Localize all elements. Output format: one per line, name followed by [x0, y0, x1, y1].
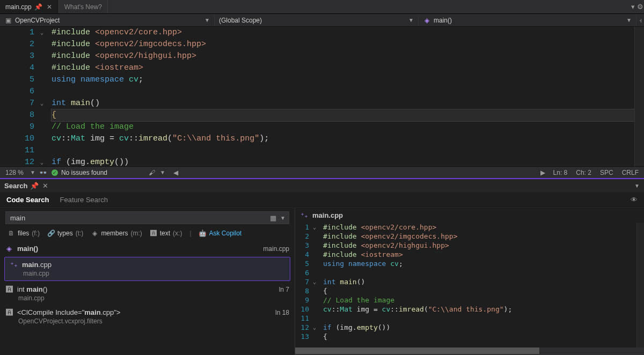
- preview-editor[interactable]: 1⌄234567⌄89101112⌄13 #include <opencv2/c…: [295, 223, 644, 347]
- tab-code-search[interactable]: Code Search: [6, 196, 49, 204]
- issues-label: No issues found: [61, 169, 107, 176]
- search-result[interactable]: 🅰int main()ln 7main.cpp: [0, 282, 295, 305]
- glasses-icon[interactable]: 👓: [40, 169, 47, 176]
- gear-icon[interactable]: ⚙: [636, 3, 644, 11]
- issues-status[interactable]: ✓ No issues found: [52, 169, 107, 176]
- search-input[interactable]: [6, 214, 269, 222]
- tab-label: What's New?: [64, 3, 102, 11]
- type-icon: 🔗: [47, 230, 55, 237]
- split-icon[interactable]: ⫞: [636, 17, 644, 24]
- search-input-container: ▦ ▼: [5, 211, 289, 224]
- code-editor[interactable]: 1⌄234567⌄89101112⌄ #include <opencv2/cor…: [0, 27, 644, 166]
- cpp-icon: ⁺₊: [301, 212, 308, 219]
- close-icon[interactable]: ✕: [46, 3, 53, 11]
- tab-feature-search[interactable]: Feature Search: [60, 196, 108, 204]
- preview-header: ⁺₊ main.cpp: [295, 208, 644, 223]
- chevron-down-icon: ▼: [204, 17, 210, 23]
- chevron-down-icon[interactable]: ▾: [629, 3, 636, 11]
- brush-icon[interactable]: 🖌: [148, 169, 156, 176]
- method-dropdown[interactable]: ◈ main() ▼: [419, 14, 636, 26]
- fold-icon[interactable]: ⌄: [310, 323, 319, 332]
- filter-text[interactable]: 🅰text(x:): [150, 230, 182, 237]
- scrollbar[interactable]: [636, 223, 644, 347]
- result-label: main(): [17, 245, 38, 253]
- result-location: main.cpp: [263, 245, 289, 253]
- fold-icon[interactable]: ⌄: [38, 27, 46, 39]
- search-body: ▦ ▼ 🗎files(f:) 🔗types(t:) ◈members(m:) 🅰…: [0, 208, 644, 355]
- scroll-left-icon[interactable]: ◀: [170, 169, 177, 176]
- result-location: ln 7: [279, 286, 289, 293]
- fold-icon[interactable]: ⌄: [38, 98, 46, 109]
- context-toolbar: ▣ OpenCVProject ▼ (Global Scope) ▼ ◈ mai…: [0, 14, 644, 27]
- tab-whats-new[interactable]: What's New?: [59, 0, 108, 13]
- zoom-level[interactable]: 128 %: [3, 169, 26, 176]
- search-results-pane: ▦ ▼ 🗎files(f:) 🔗types(t:) ◈members(m:) 🅰…: [0, 208, 295, 355]
- tab-main-cpp[interactable]: main.cpp 📌 ✕: [0, 0, 59, 13]
- search-result[interactable]: ◈main()main.cpp: [0, 241, 295, 256]
- scope-label: (Global Scope): [219, 17, 262, 24]
- scroll-right-icon[interactable]: ▶: [539, 169, 547, 176]
- chevron-down-icon[interactable]: ▼: [30, 169, 35, 175]
- fold-icon[interactable]: ⌄: [310, 223, 319, 232]
- spaces-indicator[interactable]: SPC: [598, 169, 616, 176]
- chevron-down-icon[interactable]: ▼: [634, 183, 640, 189]
- close-icon[interactable]: ✕: [41, 182, 49, 189]
- copilot-icon: 🤖: [199, 230, 207, 237]
- search-preview-pane: ⁺₊ main.cpp 1⌄234567⌄89101112⌄13 #includ…: [295, 208, 644, 355]
- eye-off-icon[interactable]: 👁: [630, 196, 638, 204]
- method-icon: ◈: [423, 17, 430, 24]
- filter-files[interactable]: 🗎files(f:): [8, 230, 40, 237]
- cube-icon: ◈: [91, 230, 98, 237]
- char-indicator[interactable]: Ch: 2: [574, 169, 594, 176]
- file-icon: 🗎: [8, 230, 15, 237]
- search-result[interactable]: 🅰<ClCompile Include="main.cpp">ln 18Open…: [0, 305, 295, 328]
- line-indicator[interactable]: Ln: 8: [551, 169, 570, 176]
- result-path: main.cpp: [5, 294, 289, 302]
- result-label: main.cpp: [22, 261, 52, 269]
- search-results: ◈main()main.cpp⁺₊main.cppmain.cpp🅰int ma…: [0, 241, 295, 355]
- fold-icon[interactable]: ⌄: [310, 277, 319, 286]
- tab-label: main.cpp: [5, 3, 32, 11]
- search-title: Search: [4, 182, 27, 190]
- preview-gutter: 1⌄234567⌄89101112⌄13: [295, 223, 321, 347]
- method-label: main(): [434, 17, 452, 24]
- cpp-icon: ⁺₊: [10, 261, 18, 269]
- abl-icon: 🅰: [5, 309, 13, 316]
- lineending-indicator[interactable]: CRLF: [620, 169, 641, 176]
- result-location: ln 18: [275, 309, 289, 316]
- preview-filename: main.cpp: [312, 211, 343, 219]
- ask-copilot[interactable]: 🤖Ask Copilot: [199, 230, 242, 237]
- scope-dropdown[interactable]: (Global Scope) ▼: [215, 14, 419, 26]
- result-label: <ClCompile Include="main.cpp">: [17, 308, 120, 316]
- chevron-down-icon: ▼: [408, 17, 414, 23]
- check-icon: ✓: [52, 169, 58, 176]
- fold-icon[interactable]: ⌄: [38, 157, 46, 168]
- result-path: OpenCVProject.vcxproj.filters: [5, 317, 289, 325]
- search-result[interactable]: ⁺₊main.cppmain.cpp: [4, 257, 290, 281]
- preview-content: #include <opencv2/core.hpp>#include <ope…: [321, 223, 636, 347]
- result-label: int main(): [17, 285, 47, 293]
- pin-icon[interactable]: 📌: [31, 182, 38, 189]
- cube-icon: ◈: [5, 245, 13, 253]
- project-dropdown[interactable]: ▣ OpenCVProject ▼: [0, 14, 215, 26]
- chevron-down-icon[interactable]: ▼: [277, 215, 289, 221]
- search-panel-header: Search 📌 ✕ ▼: [0, 178, 644, 192]
- result-path: main.cpp: [10, 270, 284, 277]
- search-tabs: Code Search Feature Search 👁: [0, 192, 644, 208]
- line-gutter: 1⌄234567⌄89101112⌄: [0, 27, 48, 166]
- filter-types[interactable]: 🔗types(t:): [47, 230, 83, 237]
- filter-members[interactable]: ◈members(m:): [91, 230, 142, 237]
- code-content[interactable]: #include <opencv2/core.hpp>#include <ope…: [48, 27, 634, 166]
- abl-icon: 🅰: [5, 286, 13, 293]
- editor-tabs: main.cpp 📌 ✕ What's New? ▾ ⚙: [0, 0, 644, 14]
- project-name: OpenCVProject: [15, 17, 60, 24]
- scrollbar[interactable]: [634, 27, 644, 166]
- text-icon: 🅰: [150, 230, 157, 237]
- filter-icon[interactable]: ▦: [269, 214, 277, 221]
- chevron-down-icon: ▼: [626, 17, 632, 23]
- search-filters: 🗎files(f:) 🔗types(t:) ◈members(m:) 🅰text…: [0, 227, 295, 241]
- pin-icon[interactable]: 📌: [35, 3, 42, 11]
- project-icon: ▣: [4, 17, 12, 24]
- h-scrollbar[interactable]: [295, 347, 644, 354]
